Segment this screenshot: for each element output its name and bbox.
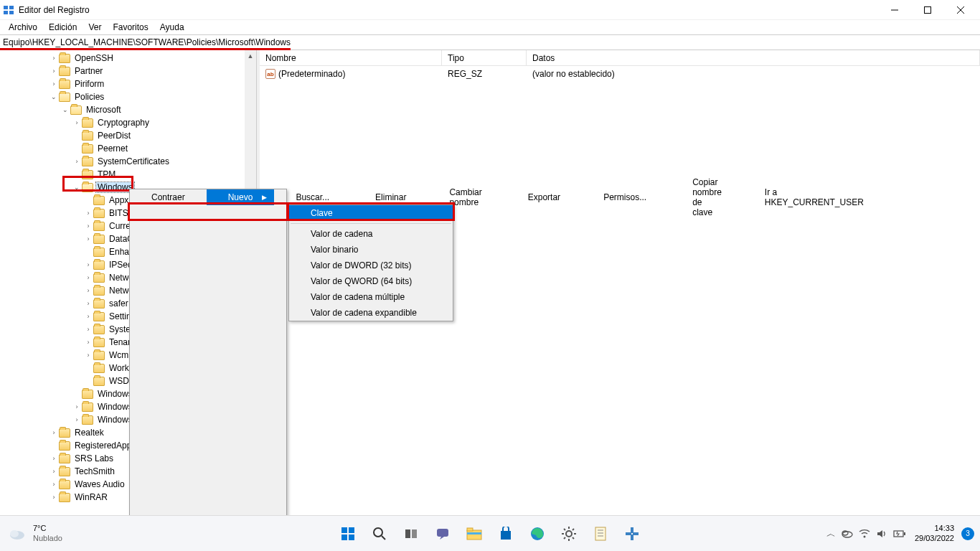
chevron-down-icon[interactable]: ⌄ [72,182,82,192]
tree-item[interactable]: ›OpenSSH [0,52,256,65]
notepad-button[interactable] [587,520,614,547]
menu-item[interactable]: Contraer [130,189,207,205]
folder-icon [93,364,105,373]
tree-item[interactable]: PeerDist [0,129,256,142]
menu-item[interactable]: Valor de cadena múltiple [289,289,453,305]
menu-item[interactable]: Buscar... [274,189,351,205]
menu-edicion[interactable]: Edición [43,21,83,34]
list-row[interactable]: ab (Predeterminado) REG_SZ (valor no est… [260,66,980,82]
search-button[interactable] [366,520,393,547]
chevron-right-icon[interactable]: › [49,453,59,463]
menu-archivo[interactable]: Archivo [3,21,43,34]
battery-icon[interactable] [893,529,906,538]
chevron-right-icon[interactable]: › [83,208,93,218]
menu-item[interactable]: Valor de QWORD (64 bits) [289,273,453,289]
chevron-right-icon[interactable]: › [83,324,93,334]
tree-label: Realtek [73,428,105,438]
maximize-button[interactable] [911,0,944,20]
clock[interactable]: 14:33 29/03/2022 [915,524,954,542]
tree-item[interactable]: ⌄Microsoft [0,103,256,116]
folder-icon [93,325,105,334]
chevron-right-icon[interactable]: › [83,273,93,283]
addressbar[interactable]: Equipo\HKEY_LOCAL_MACHINE\SOFTWARE\Polic… [0,34,980,50]
menu-item[interactable]: Valor binario [289,242,453,258]
menu-item[interactable]: Exportar [507,189,582,205]
taskbar-weather[interactable]: 7°C Nublado [0,524,62,544]
menu-item[interactable]: Valor de cadena expandible [289,305,453,321]
folder-icon [70,105,82,115]
chevron-right-icon[interactable]: › [83,260,93,270]
menu-item[interactable]: Clave [289,205,453,221]
tree-item[interactable]: ›SystemCertificates [0,155,256,168]
edge-button[interactable] [524,520,551,547]
explorer-button[interactable] [461,520,488,547]
minimize-button[interactable] [878,0,911,20]
chevron-right-icon[interactable]: › [83,311,93,321]
menu-item[interactable]: Valor de DWORD (32 bits) [289,258,453,273]
start-button[interactable] [334,520,362,547]
chevron-right-icon[interactable]: › [49,66,59,76]
chevron-right-icon[interactable]: › [72,415,82,425]
tree-item[interactable]: ›Cryptography [0,116,256,129]
column-data[interactable]: Datos [527,50,980,65]
chevron-right-icon[interactable]: › [83,350,93,360]
chat-button[interactable] [429,520,456,547]
onedrive-icon[interactable] [842,529,853,538]
settings-button[interactable] [555,520,583,547]
chevron-right-icon[interactable]: › [49,492,59,502]
wifi-icon[interactable] [859,529,870,539]
tree-item[interactable]: Peernet [0,142,256,155]
system-tray[interactable]: ︿ [826,527,906,540]
taskbar-center [334,520,646,547]
chevron-right-icon[interactable]: › [83,286,93,296]
chevron-up-icon[interactable]: ︿ [826,527,836,540]
chevron-right-icon[interactable]: › [72,402,82,412]
chevron-right-icon[interactable]: › [49,479,59,489]
svg-rect-45 [904,532,905,535]
scroll-up-icon[interactable]: ▲ [245,50,256,62]
menu-item[interactable]: Nuevo▶ [207,189,275,205]
tree-item[interactable]: ⌄Policies [0,90,256,103]
menu-item[interactable]: Ir a HKEY_CURRENT_USER [743,189,885,205]
volume-icon[interactable] [876,529,887,539]
chevron-right-icon[interactable]: › [49,428,59,438]
taskbar: 7°C Nublado ︿ 14:33 29/03/2022 3 [0,515,980,551]
close-button[interactable] [944,0,977,20]
menu-ayuda[interactable]: Ayuda [154,21,190,34]
chevron-down-icon[interactable]: ⌄ [60,105,70,115]
menu-favoritos[interactable]: Favoritos [107,21,154,34]
column-name[interactable]: Nombre [260,50,442,65]
folder-icon [93,338,105,347]
context-submenu[interactable]: ClaveValor de cadenaValor binarioValor d… [288,204,453,321]
chevron-right-icon[interactable]: › [72,156,82,166]
chevron-right-icon[interactable]: › [49,53,59,63]
app-button[interactable] [618,520,646,547]
tree-item[interactable]: TPM [0,168,256,181]
context-menu[interactable]: ContraerNuevo▶Buscar...EliminarCambiar n… [129,189,287,551]
menu-ver[interactable]: Ver [83,21,107,34]
column-type[interactable]: Tipo [442,50,527,65]
chevron-down-icon[interactable]: ⌄ [49,92,59,102]
notification-badge[interactable]: 3 [961,527,974,540]
chevron-right-icon[interactable]: › [72,118,82,128]
chevron-right-icon[interactable]: › [83,298,93,309]
svg-point-9 [10,530,19,537]
store-button[interactable] [492,520,519,547]
chevron-right-icon[interactable]: › [83,234,93,244]
svg-point-14 [374,528,382,537]
tree-item[interactable]: ›Partner [0,65,256,77]
chevron-right-icon[interactable]: › [83,337,93,347]
svg-line-30 [573,537,574,539]
menu-item[interactable]: Permisos... [582,189,668,205]
chevron-right-icon[interactable]: › [49,79,59,89]
svg-rect-5 [925,6,931,13]
tree-item[interactable]: ›Piriform [0,77,256,90]
folder-icon [93,286,105,296]
menu-item[interactable]: Copiar nombre de clave [671,189,743,205]
menu-item[interactable]: Eliminar [354,189,428,205]
chevron-right-icon[interactable]: › [83,221,93,231]
menu-item[interactable]: Valor de cadena [289,226,453,242]
chevron-right-icon[interactable]: › [49,466,59,476]
taskview-button[interactable] [397,520,425,547]
menu-item[interactable]: Cambiar nombre [428,189,503,205]
